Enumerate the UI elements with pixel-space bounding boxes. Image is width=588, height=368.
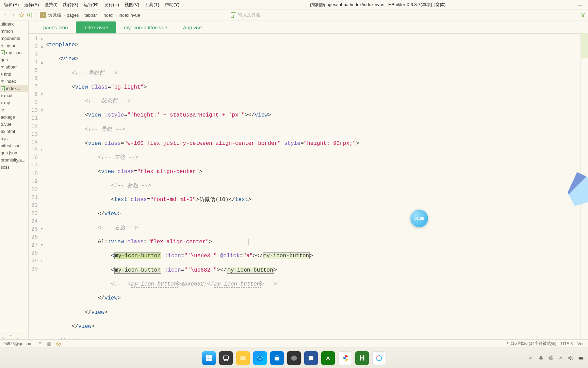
gutter: 12345678910 11121314151617181920 2122232… <box>29 34 40 339</box>
app-icon-2[interactable] <box>304 351 318 365</box>
tray-ime[interactable]: 英 <box>549 355 553 361</box>
menu-help[interactable]: 帮助(Y) <box>162 0 182 9</box>
app-icon-3[interactable] <box>372 351 386 365</box>
tree-item[interactable]: index <box>0 78 28 85</box>
terminal-icon[interactable] <box>8 335 13 339</box>
tray-volume-icon[interactable] <box>568 355 574 361</box>
palette-icon[interactable] <box>56 341 61 346</box>
tree-item[interactable]: promisify.a... <box>0 156 28 164</box>
svg-marker-33 <box>569 356 571 359</box>
code-editor[interactable]: 12345678910 11121314151617181920 2122232… <box>29 33 588 339</box>
code-content[interactable]: <template> <view> <!-- 导航栏 --> <view cla… <box>44 34 588 339</box>
svg-rect-22 <box>209 355 212 358</box>
breadcrumb-item[interactable]: tabbar <box>84 13 97 18</box>
breadcrumb-item[interactable]: index.nvue <box>119 13 140 18</box>
app-icon-1[interactable] <box>287 351 301 365</box>
tray-wifi-icon[interactable] <box>558 355 564 361</box>
grid-icon[interactable] <box>47 341 51 346</box>
fold-column[interactable]: ⊟⊟⊟⊟⊟ ⊟ ⊟⊟⊟ <box>40 34 44 339</box>
folder-closed-icon <box>1 94 3 97</box>
list-icon[interactable] <box>37 341 42 346</box>
statusbar: 94523@qq.com 行:16 列:36 (14字符被选择) UTF-8 V… <box>0 339 588 348</box>
tree-item[interactable]: ges <box>0 56 28 63</box>
status-language[interactable]: Vue <box>577 341 585 346</box>
nav-forward-icon[interactable] <box>10 12 16 18</box>
menu-view[interactable]: 视图(V) <box>122 0 142 9</box>
tree-item[interactable]: find <box>0 71 28 78</box>
start-button[interactable] <box>202 351 216 365</box>
selected-component: my-icon-button <box>114 252 161 259</box>
tree-item[interactable]: nifest.json <box>0 142 28 149</box>
tree-item[interactable]: ny-ui <box>0 42 28 49</box>
folder-closed-icon <box>1 101 3 105</box>
tree-item[interactable]: scss <box>0 164 28 171</box>
tree-item[interactable]: ex.html <box>0 128 28 135</box>
db-icon[interactable] <box>15 335 20 339</box>
nav-back-icon[interactable] <box>2 12 8 18</box>
menu-tools[interactable]: 工具(T) <box>142 0 162 9</box>
breadcrumb-item[interactable]: pages <box>67 13 79 18</box>
main-area: uilderx mmon mponents ny-ui Vmy-icon-...… <box>0 20 588 339</box>
tree-item[interactable]: mponents <box>0 35 28 42</box>
svg-point-18 <box>58 343 58 343</box>
tree-file[interactable]: Vmy-icon-... <box>0 49 28 56</box>
windows-taskbar: H 英 <box>0 348 588 368</box>
chrome-icon[interactable] <box>338 351 352 365</box>
menu-run[interactable]: 运行(R) <box>81 0 101 9</box>
menu-goto[interactable]: 跳转(G) <box>60 0 81 9</box>
xbox-icon[interactable] <box>321 351 335 365</box>
tree-item[interactable]: my <box>0 99 28 106</box>
store-icon[interactable] <box>270 351 284 365</box>
tree-item[interactable]: ic <box>0 106 28 113</box>
minimize-button[interactable]: — <box>573 2 587 7</box>
tree-file-active[interactable]: Vindex.... <box>0 85 28 92</box>
svg-point-20 <box>58 344 59 344</box>
run-icon[interactable] <box>27 12 33 18</box>
status-encoding[interactable]: UTF-8 <box>561 341 573 346</box>
tree-item[interactable]: n.js <box>0 135 28 142</box>
filter-icon[interactable] <box>580 12 586 18</box>
menu-select[interactable]: 选择(S) <box>21 0 42 9</box>
status-user[interactable]: 94523@qq.com <box>3 341 32 346</box>
tab-my-icon-button[interactable]: my-icon-button.vue <box>116 21 175 33</box>
svg-rect-14 <box>49 342 51 343</box>
breadcrumb-project[interactable]: 仿微信 <box>48 12 61 18</box>
tree-item[interactable]: mail <box>0 92 28 99</box>
tab-app-vue[interactable]: App.vue <box>175 21 210 33</box>
hbuilder-icon[interactable]: H <box>355 351 369 365</box>
task-view-icon[interactable] <box>219 351 233 365</box>
toolbar-separator <box>36 12 36 18</box>
svg-marker-3 <box>581 13 585 17</box>
svg-rect-24 <box>209 358 212 361</box>
tree-item[interactable]: ackage <box>0 113 28 121</box>
folder-closed-icon <box>1 73 3 76</box>
explorer-icon[interactable] <box>236 351 250 365</box>
sync-icon[interactable] <box>1 335 6 339</box>
favorite-icon[interactable] <box>18 12 24 18</box>
menu-publish[interactable]: 发行(U) <box>101 0 122 9</box>
svg-point-17 <box>56 342 61 346</box>
tree-item[interactable]: mmon <box>0 28 28 35</box>
tray-chevron-icon[interactable] <box>528 355 534 361</box>
edge-icon[interactable] <box>253 351 267 365</box>
folder-open-icon <box>1 66 4 68</box>
svg-rect-16 <box>49 344 51 346</box>
tree-item[interactable]: o.vue <box>0 121 28 128</box>
menu-find[interactable]: 查找(I) <box>42 0 60 9</box>
tree-item[interactable]: ges.json <box>0 149 28 156</box>
tray-battery-icon[interactable] <box>578 355 584 361</box>
tray-mic-icon[interactable] <box>538 355 544 361</box>
breadcrumb-item[interactable]: index <box>102 13 113 18</box>
tab-pages-json[interactable]: pages.json <box>35 21 76 33</box>
editor-tabs: pages.json index.nvue my-icon-button.vue… <box>29 20 588 33</box>
menu-edit[interactable]: 编辑(E) <box>1 0 21 9</box>
floating-clock[interactable]: 01:05 <box>410 210 428 227</box>
svg-rect-15 <box>47 344 49 346</box>
tree-item[interactable]: abbar <box>0 63 28 71</box>
vue-file-icon: V <box>1 86 5 91</box>
file-search[interactable]: 输入文件名 <box>231 12 578 18</box>
tab-index-nvue[interactable]: index.nvue <box>76 21 116 33</box>
file-tree[interactable]: uilderx mmon mponents ny-ui Vmy-icon-...… <box>0 20 29 339</box>
tree-item[interactable]: uilderx <box>0 20 28 28</box>
file-search-icon <box>231 12 236 18</box>
